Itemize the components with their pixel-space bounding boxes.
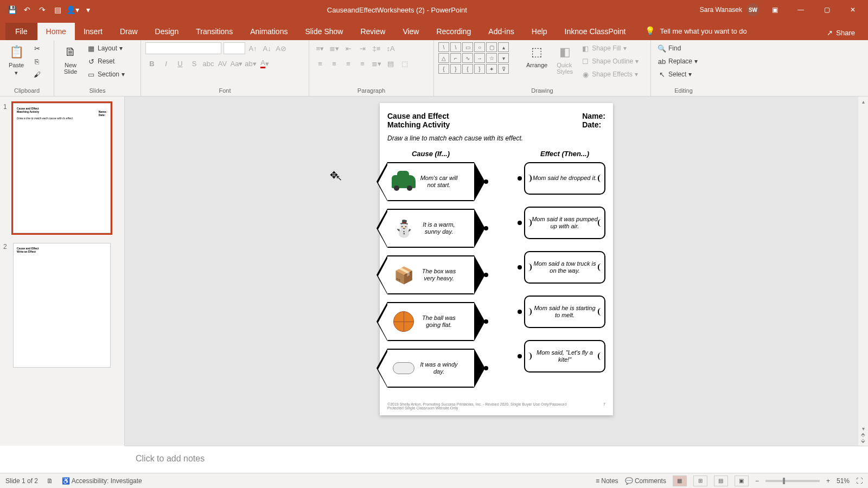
tab-help[interactable]: Help [523,23,556,40]
tell-me-search[interactable]: 💡 Tell me what you want to do [645,22,746,40]
share-button[interactable]: ↗ Share [821,25,860,40]
shape-brace4-icon[interactable]: } [474,64,485,74]
shape-brace3-icon[interactable]: { [462,64,473,74]
shape-more3-icon[interactable]: ⊽ [498,64,509,74]
shape-elbow-icon[interactable]: ⌐ [450,53,461,63]
font-size-input[interactable] [224,42,245,54]
tab-animations[interactable]: Animations [241,23,296,40]
italic-button[interactable]: I [159,57,173,69]
close-icon[interactable]: ✕ [842,2,864,18]
tab-slideshow[interactable]: Slide Show [296,23,352,40]
shapes-gallery[interactable]: \ \ ▭ ○ ▢ ▴ △ ⌐ ∿ → ☆ ▾ { } { } ✦ ⊽ [438,42,521,74]
font-family-input[interactable] [145,42,221,54]
shape-fill-button[interactable]: ◧Shape Fill ▾ [579,42,641,54]
tab-file[interactable]: File [5,23,37,40]
minimize-icon[interactable]: — [790,2,812,18]
format-painter-button[interactable]: 🖌 [30,68,43,80]
increase-font-icon[interactable]: A↑ [246,42,259,54]
shape-effects-button[interactable]: ◉Shape Effects ▾ [579,68,641,80]
cut-button[interactable]: ✂ [30,42,43,54]
shape-brace2-icon[interactable]: } [450,64,461,74]
tab-home[interactable]: Home [37,23,75,40]
accessibility-checker[interactable]: ♿ Accessibility: Investigate [62,477,142,485]
align-left-button[interactable]: ≡ [314,57,327,69]
next-slide-icon[interactable]: ⬙ [861,438,865,444]
sorter-view-icon[interactable]: ⊞ [693,476,707,486]
bullets-button[interactable]: ≡▾ [314,42,327,54]
align-text-button[interactable]: ▤ [384,57,397,69]
section-button[interactable]: ▭Section ▾ [85,68,127,80]
comments-toggle[interactable]: 💬 Comments [625,477,666,485]
highlight-button[interactable]: ab▾ [244,57,257,69]
zoom-in-icon[interactable]: + [826,477,830,485]
zoom-slider[interactable] [765,480,820,482]
justify-button[interactable]: ≡ [356,57,369,69]
shape-outline-button[interactable]: ☐Shape Outline ▾ [579,55,641,67]
shape-star2-icon[interactable]: ✦ [486,64,497,74]
copy-button[interactable]: ⎘ [30,55,43,67]
arrange-button[interactable]: ⬚ Arrange [523,42,551,69]
tab-view[interactable]: View [394,23,427,40]
zoom-out-icon[interactable]: − [755,477,759,485]
shape-tri-icon[interactable]: △ [438,53,449,63]
tab-review[interactable]: Review [352,23,394,40]
prev-slide-icon[interactable]: ⬘ [861,432,865,438]
align-right-button[interactable]: ≡ [342,57,355,69]
decrease-indent-button[interactable]: ⇤ [342,42,355,54]
slide-canvas-area[interactable]: Cause and Effect Matching Activity Name:… [125,97,868,446]
find-button[interactable]: 🔍Find [655,42,700,54]
smartart-button[interactable]: ⬚ [398,57,411,69]
shape-more-icon[interactable]: ▴ [498,42,509,52]
shape-line2-icon[interactable]: \ [450,42,461,52]
clear-format-icon[interactable]: A⊘ [275,42,288,54]
tab-addins[interactable]: Add-ins [480,23,522,40]
present-icon[interactable]: ▤ [51,3,64,16]
change-case-button[interactable]: Aa▾ [230,57,243,69]
user-avatar[interactable]: SW [746,3,760,16]
quick-styles-button[interactable]: ◧ Quick Styles [553,42,577,76]
text-direction-button[interactable]: ↕A [384,42,397,54]
shape-brace-icon[interactable]: { [438,64,449,74]
columns-button[interactable]: ≣▾ [370,57,383,69]
shape-oval-icon[interactable]: ○ [474,42,485,52]
shape-arrow-icon[interactable]: → [474,53,485,63]
shape-star-icon[interactable]: ☆ [486,53,497,63]
underline-button[interactable]: U [174,57,187,69]
undo-icon[interactable]: ↶ [21,3,34,16]
reset-button[interactable]: ↺Reset [85,55,127,67]
user-name[interactable]: Sara Wanasek [700,6,742,14]
align-center-button[interactable]: ≡ [328,57,341,69]
strikethrough-button[interactable]: S [188,57,201,69]
slide-content[interactable]: Cause and Effect Matching Activity Name:… [380,103,613,415]
bold-button[interactable]: B [145,57,158,69]
thumbnail-2[interactable]: 2 Cause and EffectWrite an Effect [3,243,121,368]
scroll-up-icon[interactable]: ▴ [862,99,865,105]
reading-view-icon[interactable]: ▤ [714,476,728,486]
shape-curve-icon[interactable]: ∿ [462,53,473,63]
paste-button[interactable]: 📋 Paste ▾ [4,42,28,78]
vertical-scrollbar[interactable]: ▴ ▾ ⬘ ⬙ [858,97,868,446]
line-spacing-button[interactable]: ‡≡ [370,42,383,54]
shape-rect-icon[interactable]: ▭ [462,42,473,52]
layout-button[interactable]: ▦Layout ▾ [85,42,127,54]
notes-pane[interactable]: Click to add notes [125,446,868,473]
notes-toggle[interactable]: ≡ Notes [596,477,618,485]
increase-indent-button[interactable]: ⇥ [356,42,369,54]
tab-design[interactable]: Design [146,23,188,40]
new-slide-button[interactable]: 🗎 New Slide [59,42,82,76]
notes-indicator-icon[interactable]: 🗎 [47,477,53,485]
shape-line-icon[interactable]: \ [438,42,449,52]
fit-to-window-icon[interactable]: ⛶ [856,477,863,485]
zoom-level[interactable]: 51% [837,477,850,485]
slide-thumbnail-panel[interactable]: 1 Cause and EffectMatching ActivityName:… [0,97,125,446]
touch-mode-icon[interactable]: 👤▾ [66,3,79,16]
tab-recording[interactable]: Recording [427,23,480,40]
thumbnail-preview[interactable]: Cause and EffectMatching ActivityName:Da… [13,103,111,233]
select-button[interactable]: ↖Select ▾ [655,68,700,80]
tab-transitions[interactable]: Transitions [187,23,241,40]
redo-icon[interactable]: ↷ [36,3,49,16]
char-spacing-button[interactable]: AV [216,57,229,69]
tab-draw[interactable]: Draw [111,23,146,40]
decrease-font-icon[interactable]: A↓ [260,42,273,54]
maximize-icon[interactable]: ▢ [816,2,838,18]
